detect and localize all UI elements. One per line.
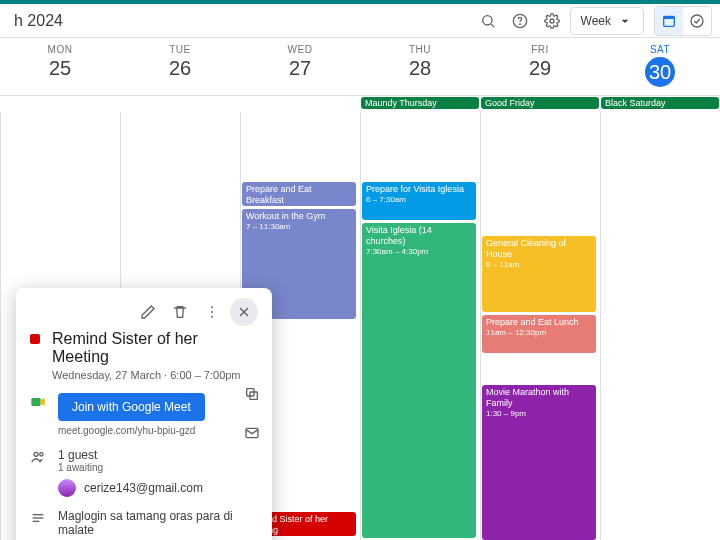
edit-icon[interactable] xyxy=(134,298,162,326)
guest-email: cerize143@gmail.com xyxy=(84,481,203,495)
calendar-view-button[interactable] xyxy=(655,7,683,35)
svg-point-0 xyxy=(482,15,491,24)
description-icon xyxy=(30,510,46,526)
svg-point-16 xyxy=(34,452,38,456)
gear-icon[interactable] xyxy=(538,7,566,35)
more-icon[interactable] xyxy=(198,298,226,326)
event-block[interactable]: General Cleaning of House8 – 11am xyxy=(482,236,596,312)
svg-point-4 xyxy=(550,19,554,23)
avatar xyxy=(58,479,76,497)
day-header[interactable]: THU28 xyxy=(360,38,480,95)
day-header[interactable]: FRI29 xyxy=(480,38,600,95)
svg-rect-13 xyxy=(31,398,40,406)
event-description: Maglogin sa tamang oras para di malate xyxy=(58,509,258,537)
allday-event[interactable]: Maundy Thursday xyxy=(361,97,479,109)
view-selector[interactable]: Week xyxy=(570,7,644,35)
event-datetime: Wednesday, 27 March · 6:00 – 7:00pm xyxy=(52,369,258,381)
svg-point-17 xyxy=(40,453,43,456)
view-label: Week xyxy=(581,14,611,28)
svg-point-7 xyxy=(691,15,703,27)
chevron-down-icon xyxy=(617,13,633,29)
svg-point-9 xyxy=(211,311,213,313)
tasks-view-button[interactable] xyxy=(683,7,711,35)
guest-count: 1 guest xyxy=(58,448,258,462)
event-block[interactable]: Prepare and Eat Lunch11am – 12:30pm xyxy=(482,315,596,353)
email-icon[interactable] xyxy=(244,425,260,444)
day-header[interactable]: SAT30 xyxy=(600,38,720,95)
event-color-dot xyxy=(30,334,40,344)
allday-event[interactable]: Good Friday xyxy=(481,97,599,109)
event-block[interactable]: Movie Marathon with Family1:30 – 9pm xyxy=(482,385,596,540)
search-icon[interactable] xyxy=(474,7,502,35)
meet-link: meet.google.com/yhu-bpiu-gzd xyxy=(58,425,258,436)
day-header[interactable]: WED27 xyxy=(240,38,360,95)
day-column[interactable] xyxy=(600,112,720,540)
guest-sub: 1 awaiting xyxy=(58,462,258,473)
event-popup: Remind Sister of her Meeting Wednesday, … xyxy=(16,288,272,540)
day-header[interactable]: MON25 xyxy=(0,38,120,95)
svg-point-8 xyxy=(211,306,213,308)
delete-icon[interactable] xyxy=(166,298,194,326)
close-icon[interactable] xyxy=(230,298,258,326)
event-block[interactable]: Prepare and Eat Breakfast6 – 7am xyxy=(242,182,356,206)
event-block[interactable]: Prepare for Visita Iglesia6 – 7:30am xyxy=(362,182,476,220)
view-toggle xyxy=(654,6,712,36)
svg-point-10 xyxy=(211,316,213,318)
page-title: h 2024 xyxy=(8,12,63,30)
day-column[interactable]: General Cleaning of House8 – 11am Prepar… xyxy=(480,112,600,540)
day-header-row: MON25 TUE26 WED27 THU28 FRI29 SAT30 xyxy=(0,38,720,96)
people-icon xyxy=(30,449,46,465)
help-icon[interactable] xyxy=(506,7,534,35)
copy-icon[interactable] xyxy=(244,386,260,405)
day-column[interactable]: Prepare for Visita Iglesia6 – 7:30am Vis… xyxy=(360,112,480,540)
topbar: h 2024 Week xyxy=(0,4,720,38)
svg-rect-6 xyxy=(664,16,675,19)
topbar-actions: Week xyxy=(474,6,712,36)
allday-event[interactable]: Black Saturday xyxy=(601,97,719,109)
svg-point-3 xyxy=(519,24,520,25)
meet-icon xyxy=(30,394,46,410)
day-header[interactable]: TUE26 xyxy=(120,38,240,95)
event-block[interactable]: Visita Iglesia (14 churches)7:30am – 4:3… xyxy=(362,223,476,538)
allday-row: Maundy Thursday Good Friday Black Saturd… xyxy=(0,96,720,112)
popup-toolbar xyxy=(30,298,258,326)
event-title: Remind Sister of her Meeting xyxy=(52,330,258,366)
svg-line-1 xyxy=(491,24,494,27)
join-meet-button[interactable]: Join with Google Meet xyxy=(58,393,205,421)
